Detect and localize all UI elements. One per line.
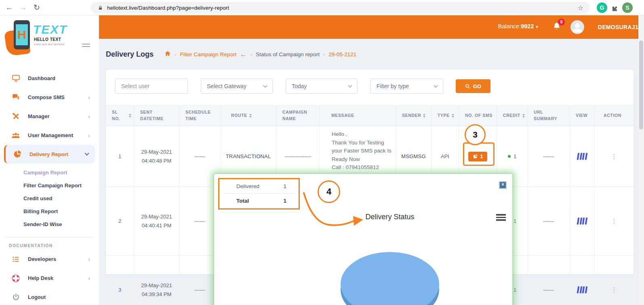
annotation-step-3: 3: [465, 124, 486, 145]
username-label[interactable]: DEMOSURAJ1: [598, 24, 638, 30]
action-menu-icon[interactable]: ⋮: [611, 286, 617, 294]
cell-url-summary: ------: [528, 187, 570, 256]
logo-name-text: HELLO TEXT: [34, 37, 61, 42]
hello-text-logo[interactable]: H TEXT HELLO TEXT voice and text service…: [8, 19, 77, 59]
cell-action: ⋮: [595, 126, 633, 187]
chart-title: Delivery Status: [365, 213, 414, 221]
chart-context-menu-icon[interactable]: [496, 214, 506, 222]
gateway-select-value: Select Gateway: [207, 83, 246, 89]
cell-sent-datetime: 29-May-202104:40:41 PM: [134, 187, 179, 256]
view-report-icon[interactable]: [577, 153, 587, 160]
sidebar-subitem-campaign-report[interactable]: Campaign Report: [0, 166, 99, 179]
browser-profile-avatar[interactable]: S: [622, 2, 633, 13]
column-header-route[interactable]: ROUTE: [221, 105, 276, 126]
users-icon: [11, 131, 20, 140]
sidebar-subitem-filter-campaign-report[interactable]: Filter Campaign Report: [0, 179, 99, 192]
address-bar[interactable]: hellotext.live/Dashboard.php?page=delive…: [90, 2, 590, 13]
chevron-down-icon: [348, 84, 352, 88]
url-text[interactable]: hellotext.live/Dashboard.php?page=delive…: [107, 5, 229, 11]
column-header-sl-no[interactable]: SL NO.: [106, 105, 134, 126]
sidebar-item-dashboard[interactable]: Dashboard: [0, 69, 99, 88]
sidebar-item-manager[interactable]: Manager ›: [0, 107, 99, 126]
type-filter-select[interactable]: Filter by type: [370, 78, 443, 94]
column-header-no-of-sms: NO. OF SMS: [459, 105, 497, 126]
column-header-type[interactable]: TYPE: [431, 105, 459, 126]
browser-toolbar: ← → ↻ hellotext.live/Dashboard.php?page=…: [0, 0, 644, 15]
sidebar-subitem-credit-used[interactable]: Credit used: [0, 192, 99, 205]
sidebar-item-label: Dashboard: [28, 75, 55, 81]
period-select[interactable]: Today: [286, 78, 358, 94]
sidebar-item-label: Delivery Report: [29, 151, 68, 157]
browser-back-icon[interactable]: ←: [2, 3, 16, 12]
breadcrumb-separator: -: [323, 51, 325, 57]
sidebar-item-user-management[interactable]: User Management ›: [0, 126, 99, 145]
breadcrumb-link-filter-campaign-report[interactable]: Filter Campaign Report: [180, 51, 236, 57]
search-icon: [465, 84, 470, 89]
home-icon[interactable]: [164, 51, 171, 58]
sidebar-item-developers[interactable]: Developers ›: [0, 250, 99, 269]
action-menu-icon[interactable]: ⋮: [611, 217, 617, 225]
cell-sent-datetime: 29-May-202104:39:34 PM: [134, 256, 179, 305]
chevron-right-icon: ›: [88, 94, 90, 101]
balance-dropdown[interactable]: Balance:9922▾: [498, 23, 538, 30]
bookmark-star-icon[interactable]: ☆: [578, 4, 585, 12]
sidebar-item-help-desk[interactable]: Help Desk ›: [0, 269, 99, 288]
grammarly-extension-icon[interactable]: G: [597, 2, 607, 13]
logo-tagline: voice and text services: [34, 42, 65, 46]
chevron-down-icon: [84, 151, 89, 155]
breadcrumb-date: 29-05-2121: [328, 51, 356, 57]
cell-sent-datetime: 29-May-202104:40:48 PM: [134, 126, 179, 187]
status-dot: [508, 155, 511, 158]
power-icon: [11, 293, 20, 301]
column-header-campaign-name: CAMPAIGN NAME: [276, 105, 320, 126]
sidebar-subitem-billing-report[interactable]: Billing Report: [0, 205, 99, 218]
lifebuoy-icon: [11, 274, 20, 283]
sidebar-item-label: Developers: [28, 256, 56, 262]
cell-view: [570, 256, 595, 305]
cell-url-summary: ------: [528, 126, 570, 187]
sidebar-item-delivery-report[interactable]: Delivery Report: [4, 145, 95, 163]
annotation-highlight-box-3: [463, 142, 495, 166]
page-scrollbar[interactable]: [638, 15, 644, 305]
go-button[interactable]: GO: [456, 79, 490, 93]
go-button-label: GO: [473, 83, 481, 89]
browser-reload-icon[interactable]: ↻: [30, 3, 44, 12]
view-report-icon[interactable]: [577, 286, 587, 293]
sidebar-nav: Dashboard Compose SMS › Manager ›: [0, 69, 99, 305]
sidebar-subitem-sender-id-wise[interactable]: Sender-ID Wise: [0, 218, 99, 231]
sort-icon[interactable]: [129, 114, 131, 118]
chat-icon: [11, 93, 20, 102]
pie-chart-delivered-slice[interactable]: [341, 252, 439, 305]
sidebar-item-logout[interactable]: Logout: [0, 288, 99, 305]
cell-view: [570, 126, 595, 187]
column-header-view: VIEW: [570, 105, 595, 126]
notification-count-badge: 0: [558, 19, 565, 25]
scrollbar-thumb[interactable]: [639, 40, 643, 129]
sort-icon[interactable]: [452, 114, 454, 118]
chevron-right-icon: ›: [88, 256, 90, 263]
select-user-input[interactable]: [115, 78, 188, 94]
view-report-icon[interactable]: [577, 218, 587, 225]
cell-action: ⋮: [595, 187, 633, 256]
stats-row-total: Total 1: [219, 194, 299, 208]
column-header-sender[interactable]: SENDER: [396, 105, 431, 126]
close-icon[interactable]: ×: [499, 181, 507, 189]
extensions-puzzle-icon[interactable]: [609, 4, 620, 14]
chevron-down-icon: [263, 84, 267, 88]
sidebar: H TEXT HELLO TEXT voice and text service…: [0, 15, 99, 305]
sidebar-collapse-icon[interactable]: [82, 42, 90, 49]
browser-forward-icon[interactable]: →: [16, 3, 30, 12]
sort-icon[interactable]: [249, 114, 252, 118]
gateway-select[interactable]: Select Gateway: [201, 78, 273, 94]
cell-sl-no: 1: [106, 126, 134, 187]
balance-value: 9922: [521, 23, 534, 30]
sidebar-item-compose-sms[interactable]: Compose SMS ›: [0, 88, 99, 107]
app-header: Balance:9922▾ 0 DEMOSURAJ1: [99, 15, 644, 39]
sort-icon[interactable]: [423, 114, 425, 118]
action-menu-icon[interactable]: ⋮: [611, 152, 617, 160]
annotation-arrow: [299, 190, 366, 229]
sort-icon[interactable]: [522, 114, 525, 118]
column-header-credit[interactable]: CREDIT: [497, 105, 528, 126]
logo-h-letter: H: [16, 24, 28, 45]
user-avatar[interactable]: [570, 20, 584, 34]
